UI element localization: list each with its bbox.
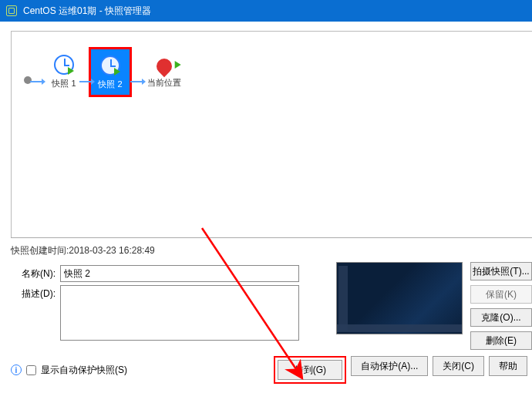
goto-button[interactable]: 转到(G) <box>278 360 342 380</box>
delete-button[interactable]: 删除(E) <box>470 331 532 350</box>
screenshot-thumbnail <box>336 262 463 334</box>
info-icon: i <box>11 364 22 375</box>
name-label: 名称(N): <box>11 265 56 280</box>
show-auto-snapshots-label: 显示自动保护快照(S) <box>41 364 127 377</box>
keep-button[interactable]: 保留(K) <box>470 285 532 304</box>
root-node-icon[interactable] <box>24 76 32 84</box>
detail-pane: 快照创建时间:2018-03-23 16:28:49 名称(N): 描述(D):… <box>11 237 532 384</box>
created-label: 快照创建时间: <box>11 245 69 256</box>
clock-icon <box>54 55 74 75</box>
snapshot-node-2-selected[interactable]: 快照 2 <box>89 47 132 97</box>
created-time-line: 快照创建时间:2018-03-23 16:28:49 <box>11 244 532 257</box>
current-position-node[interactable]: 当前位置 <box>143 55 186 89</box>
help-button[interactable]: 帮助 <box>489 356 527 376</box>
location-pin-icon <box>153 55 175 77</box>
arrow-icon <box>30 81 44 82</box>
take-snapshot-button[interactable]: 拍摄快照(T)... <box>470 262 532 280</box>
auto-protect-button[interactable]: 自动保护(A)... <box>351 356 428 376</box>
snapshot-node-1[interactable]: 快照 1 <box>42 55 86 89</box>
snapshot-1-label: 快照 1 <box>52 78 76 89</box>
clone-button[interactable]: 克隆(O)... <box>470 308 532 327</box>
clock-icon <box>100 55 120 76</box>
show-auto-snapshots-checkbox[interactable] <box>26 365 36 375</box>
snapshot-tree-pane: 快照 1 快照 2 当前位置 <box>11 31 532 237</box>
snapshot-2-label: 快照 2 <box>98 79 122 90</box>
current-position-label: 当前位置 <box>147 77 181 89</box>
created-value: 2018-03-23 16:28:49 <box>69 245 154 256</box>
description-textarea[interactable] <box>60 285 299 341</box>
titlebar: CentOS 运维01期 - 快照管理器 <box>0 0 532 22</box>
arrow-icon <box>130 81 144 82</box>
arrow-icon <box>79 81 93 82</box>
app-logo-icon <box>6 5 17 16</box>
goto-highlight-icon: 转到(G) <box>274 356 346 384</box>
name-input[interactable] <box>60 265 299 282</box>
window-title: CentOS 运维01期 - 快照管理器 <box>23 5 151 18</box>
description-label: 描述(D): <box>11 285 56 301</box>
close-button[interactable]: 关闭(C) <box>433 356 484 376</box>
